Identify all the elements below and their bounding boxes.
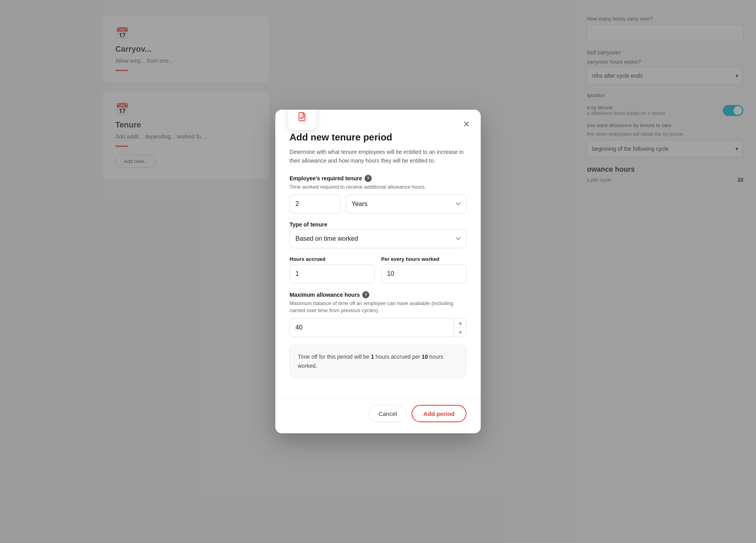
per-every-col: Per every hours worked <box>381 256 466 283</box>
document-edit-icon <box>295 110 310 124</box>
modal-title: Add new tenure period <box>290 132 466 143</box>
type-of-tenure-section: Type of tenure Based on time worked Base… <box>290 221 466 248</box>
hours-accrued-input[interactable] <box>290 264 375 283</box>
add-period-button[interactable]: Add period <box>412 405 466 422</box>
info-middle: hours accrued per <box>374 354 422 360</box>
info-box: Time off for this period will be 1 hours… <box>290 345 466 378</box>
type-of-tenure-label: Type of tenure <box>290 221 466 228</box>
tenure-value-input[interactable] <box>290 195 341 213</box>
cancel-button[interactable]: Cancel <box>369 405 407 422</box>
modal-overlay: Add new tenure period Determine with wha… <box>0 0 756 543</box>
max-allowance-section: Maximum allowance hours ? Maximum balanc… <box>290 291 466 337</box>
hours-accrued-col: Hours accrued <box>290 256 375 283</box>
info-per: 10 <box>422 354 428 360</box>
per-every-input[interactable] <box>381 264 466 283</box>
close-icon <box>463 120 470 128</box>
tenure-unit-select[interactable]: Years Months Days <box>346 195 466 213</box>
max-allowance-label: Maximum allowance hours ? <box>290 291 466 298</box>
info-prefix: Time off for this period will be <box>298 354 371 360</box>
info-accrued: 1 <box>371 354 374 360</box>
modal-close-button[interactable] <box>460 118 473 130</box>
modal-body: Add new tenure period Determine with wha… <box>275 110 481 398</box>
hours-accrued-label: Hours accrued <box>290 256 375 262</box>
spinner-down-button[interactable]: ▼ <box>454 328 466 337</box>
spinner-up-button[interactable]: ▲ <box>454 318 466 328</box>
max-allowance-help-icon[interactable]: ? <box>362 291 369 298</box>
modal-footer: Cancel Add period <box>275 398 481 433</box>
max-allowance-input[interactable] <box>290 318 466 337</box>
modal-description: Determine with what tenure employees wil… <box>290 148 466 165</box>
max-allowance-sublabel: Maximum balance of time off an employee … <box>290 300 466 314</box>
employee-tenure-label: Employee's required tenure ? <box>290 175 466 182</box>
type-of-tenure-select[interactable]: Based on time worked Based on hire date <box>290 229 466 248</box>
accrued-row: Hours accrued Per every hours worked <box>290 256 466 283</box>
employee-tenure-sublabel: Time worked required to receive addition… <box>290 183 466 191</box>
spinner-buttons: ▲ ▼ <box>454 318 466 337</box>
max-allowance-spinner-wrapper: ▲ ▼ <box>290 318 466 337</box>
modal-icon-wrapper <box>288 110 316 130</box>
employee-tenure-help-icon[interactable]: ? <box>365 175 372 182</box>
per-every-label: Per every hours worked <box>381 256 466 262</box>
tenure-input-row: Years Months Days <box>290 195 466 213</box>
modal-dialog: Add new tenure period Determine with wha… <box>275 110 481 433</box>
employee-tenure-section: Employee's required tenure ? Time worked… <box>290 175 466 213</box>
